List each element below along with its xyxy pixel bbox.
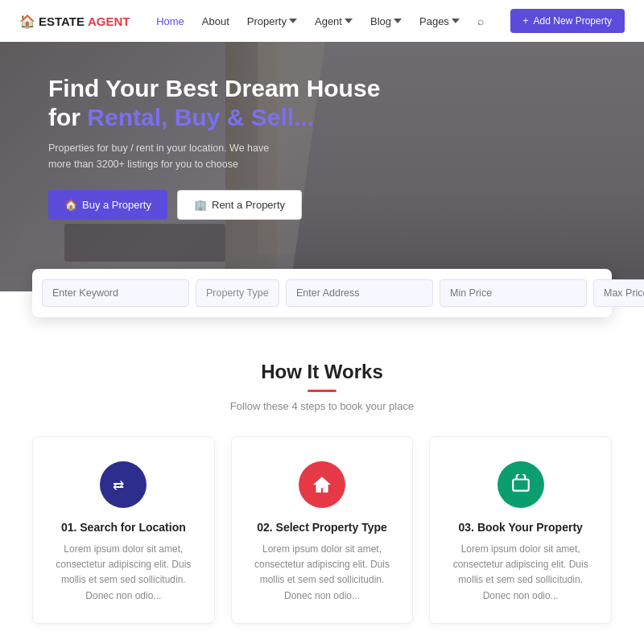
svg-text:⇄: ⇄ [113,477,124,493]
add-icon: + [523,15,529,27]
how-cards-container: ⇄ 01. Search for Location Lorem ipsum do… [32,436,612,624]
step1-text: Lorem ipsum dolor sit amet, consectetur … [49,542,198,604]
buy-property-button[interactable]: 🏠 Buy a Property [48,190,167,220]
nav-dropdown-agent[interactable]: Agent [315,15,353,27]
step3-text: Lorem ipsum dolor sit amet, consectetur … [446,542,595,604]
building-icon: 🏢 [194,199,207,211]
rent-property-button[interactable]: 🏢 Rent a Property [177,190,302,220]
max-price-input[interactable] [593,279,644,307]
hero-section: Find Your Best Dream House for Rental, B… [0,42,644,291]
brand-estate: ESTATE [39,14,85,28]
how-subtitle: Follow these 4 steps to book your place [32,400,612,412]
step1-icon: ⇄ [100,461,147,508]
add-property-button[interactable]: + Add New Property [510,9,625,33]
nav-dropdown-pages[interactable]: Pages [419,15,460,27]
nav-links: Home About Property Agent Blog Pages ⌕ [156,14,484,27]
home-icon: 🏠 [64,199,77,211]
how-it-works-section: How It Works Follow these 4 steps to boo… [0,317,644,644]
how-title: How It Works [32,361,612,383]
property-type-select[interactable]: Property Type Apartment Villa House Offi… [196,279,279,307]
hero-subtitle: Properties for buy / rent in your locati… [48,140,290,172]
keyword-input[interactable] [42,279,189,307]
brand-logo[interactable]: 🏠 ESTATE AGENT [19,14,130,29]
nav-link-home[interactable]: Home [156,15,184,27]
hero-title: Find Your Best Dream House for Rental, B… [48,74,596,132]
step3-title: 03. Book Your Property [446,521,595,534]
step2-title: 02. Select Property Type [248,521,397,534]
how-card-3: 03. Book Your Property Lorem ipsum dolor… [429,436,612,624]
step1-title: 01. Search for Location [49,521,198,534]
hero-buttons: 🏠 Buy a Property 🏢 Rent a Property [48,190,596,220]
nav-dropdown-property[interactable]: Property [247,15,297,27]
title-underline [308,390,336,392]
brand-house-icon: 🏠 [19,14,35,29]
step3-icon [497,461,544,508]
nav-dropdown-blog[interactable]: Blog [370,15,402,27]
min-price-input[interactable] [440,279,587,307]
svg-rect-1 [513,480,529,491]
step2-icon [299,461,345,508]
search-icon[interactable]: ⌕ [477,14,484,27]
search-bar: Property Type Apartment Villa House Offi… [32,269,612,317]
step2-text: Lorem ipsum dolor sit amet, consectetur … [248,542,397,604]
how-card-2: 02. Select Property Type Lorem ipsum dol… [231,436,414,624]
hero-content: Find Your Best Dream House for Rental, B… [0,42,644,236]
how-card-1: ⇄ 01. Search for Location Lorem ipsum do… [32,436,215,624]
nav-link-about[interactable]: About [202,15,229,27]
address-input[interactable] [286,279,433,307]
brand-agent: AGENT [88,14,130,28]
navbar: 🏠 ESTATE AGENT Home About Property Agent… [0,0,644,42]
